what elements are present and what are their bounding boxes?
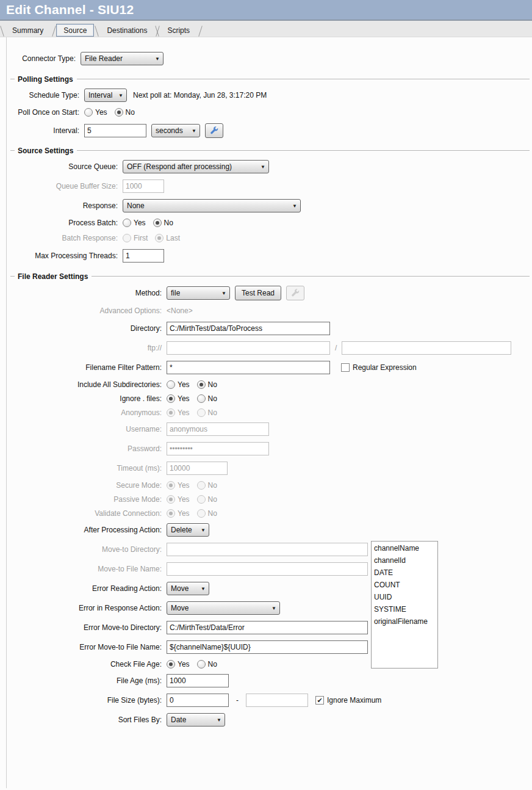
response-select[interactable]: None ▼: [123, 199, 301, 212]
error-move-to-directory-row: Error Move-to Directory:: [7, 621, 532, 634]
ignore-maximum-checkbox[interactable]: ✔: [315, 696, 324, 705]
tab-source[interactable]: Source: [56, 24, 94, 37]
chevron-down-icon: ▼: [221, 291, 226, 296]
secure-mode-no-text: No: [208, 481, 217, 490]
window-title-bar: Edit Channel - SIU12: [0, 0, 532, 21]
check-file-age-no-radio[interactable]: [197, 660, 206, 669]
error-in-response-action-select[interactable]: Move ▼: [167, 601, 280, 615]
filename-filter-label: Filename Filter Pattern:: [7, 363, 167, 372]
anonymous-yes-text: Yes: [178, 408, 190, 417]
anonymous-row: Anonymous: Yes No: [7, 408, 532, 417]
ignore-dot-files-yes-radio[interactable]: [167, 394, 175, 403]
chevron-down-icon: ▼: [192, 128, 196, 134]
variable-item[interactable]: COUNT: [374, 579, 437, 591]
source-settings-header: Source Settings: [10, 147, 530, 155]
move-to-directory-label: Move-to Directory:: [7, 545, 167, 554]
filename-filter-input[interactable]: [167, 361, 330, 374]
file-size-row: File Size (bytes): - ✔ Ignore Maximum: [7, 694, 532, 707]
include-subdirs-no-radio[interactable]: [197, 380, 206, 389]
connector-type-label: Connector Type:: [7, 54, 81, 63]
sort-files-by-row: Sort Files By: Date ▼: [7, 713, 532, 727]
max-threads-input[interactable]: [123, 249, 164, 263]
method-select[interactable]: file ▼: [167, 286, 230, 300]
error-in-response-action-row: Error in Response Action: Move ▼: [7, 601, 532, 615]
advanced-file-settings-button: [286, 286, 304, 300]
error-reading-action-select[interactable]: Move ▼: [167, 582, 209, 595]
chevron-down-icon: ▼: [118, 93, 123, 98]
poll-once-no-text: No: [126, 108, 135, 117]
process-batch-yes-radio[interactable]: [123, 219, 131, 227]
poll-once-no-radio[interactable]: [115, 108, 123, 117]
source-queue-label: Source Queue:: [7, 162, 123, 171]
regular-expression-text: Regular Expression: [353, 363, 417, 372]
ignore-dot-files-no-radio[interactable]: [197, 394, 206, 403]
timeout-input: [167, 462, 228, 475]
include-subdirs-yes-radio[interactable]: [167, 380, 175, 389]
file-age-input[interactable]: [167, 674, 229, 687]
ignore-dot-files-row: Ignore . files: Yes No: [7, 394, 532, 403]
variable-item[interactable]: channelId: [374, 554, 437, 567]
validate-connection-label: Validate Connection:: [7, 509, 167, 518]
interval-input[interactable]: [84, 124, 146, 137]
source-queue-row: Source Queue: OFF (Respond after process…: [7, 160, 532, 173]
interval-unit-select[interactable]: seconds ▼: [151, 124, 200, 137]
polling-settings-header: Polling Settings: [10, 75, 530, 84]
sort-files-by-select[interactable]: Date ▼: [167, 713, 225, 727]
username-input: [167, 422, 269, 436]
password-input: [167, 442, 269, 455]
batch-response-first-text: First: [134, 234, 148, 242]
advanced-polling-settings-button[interactable]: [205, 123, 223, 138]
error-move-to-directory-input[interactable]: [167, 621, 368, 634]
after-processing-action-row: After Processing Action: Delete ▼: [7, 523, 532, 537]
include-subdirs-yes-text: Yes: [178, 380, 190, 389]
file-size-min-input[interactable]: [167, 694, 229, 707]
ftp-label: ftp://: [7, 344, 167, 352]
connector-type-select[interactable]: File Reader ▼: [81, 52, 164, 65]
include-subdirs-row: Include All Subdirectories: Yes No: [7, 380, 532, 389]
validate-connection-yes-text: Yes: [178, 509, 190, 518]
regular-expression-checkbox[interactable]: ✔: [341, 363, 350, 372]
variable-item[interactable]: originalFilename: [374, 615, 437, 628]
include-subdirs-no-text: No: [208, 380, 217, 389]
process-batch-row: Process Batch: Yes No: [7, 219, 532, 227]
secure-mode-yes-text: Yes: [178, 481, 190, 490]
check-icon: ✔: [317, 697, 322, 704]
schedule-type-select[interactable]: Interval ▼: [84, 89, 127, 102]
validate-connection-no-radio: [197, 509, 206, 518]
variable-item[interactable]: channelName: [374, 542, 437, 554]
test-read-button[interactable]: Test Read: [235, 286, 281, 300]
check-file-age-yes-radio[interactable]: [167, 660, 175, 669]
variable-item[interactable]: DATE: [374, 567, 437, 579]
directory-input[interactable]: [167, 322, 330, 335]
username-row: Username:: [7, 422, 532, 436]
source-queue-select[interactable]: OFF (Respond after processing) ▼: [123, 160, 269, 173]
chevron-down-icon: ▼: [201, 586, 206, 592]
wrench-icon: [291, 289, 300, 297]
error-move-to-filename-input[interactable]: [167, 640, 368, 654]
chevron-down-icon: ▼: [201, 527, 206, 533]
anonymous-no-text: No: [208, 408, 217, 417]
queue-buffer-input: [123, 179, 164, 193]
error-in-response-action-label: Error in Response Action:: [7, 604, 167, 612]
process-batch-yes-text: Yes: [134, 219, 146, 227]
file-age-label: File Age (ms):: [7, 676, 167, 685]
after-processing-action-select[interactable]: Delete ▼: [167, 523, 209, 537]
advanced-options-row: Advanced Options: <None>: [7, 306, 532, 315]
poll-once-yes-radio[interactable]: [84, 108, 93, 117]
tab-scripts[interactable]: Scripts: [160, 24, 197, 37]
max-threads-label: Max Processing Threads:: [7, 252, 123, 260]
poll-once-row: Poll Once on Start: Yes No: [7, 108, 532, 117]
variable-item[interactable]: SYSTIME: [374, 603, 437, 615]
process-batch-no-radio[interactable]: [153, 219, 162, 227]
tab-destinations[interactable]: Destinations: [99, 24, 154, 37]
tab-summary[interactable]: Summary: [5, 24, 51, 37]
variable-item[interactable]: UUID: [374, 591, 437, 603]
check-file-age-no-text: No: [208, 660, 217, 669]
passive-mode-yes-text: Yes: [178, 495, 190, 504]
ftp-host-input: [167, 341, 330, 355]
file-size-separator: -: [236, 696, 239, 705]
validate-connection-no-text: No: [208, 509, 217, 518]
file-size-max-input: [246, 694, 308, 707]
chevron-down-icon: ▼: [292, 203, 297, 209]
channel-tab-bar: Summary Source Destinations Scripts: [0, 21, 532, 37]
